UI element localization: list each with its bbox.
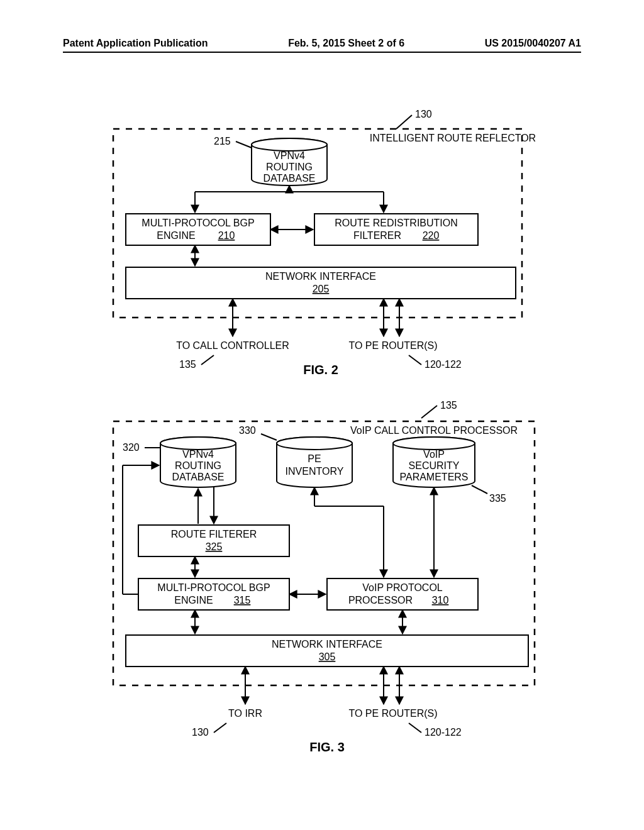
fig2-title: FIG. 2 [303, 363, 338, 377]
ref-135: 135 [440, 400, 457, 411]
svg-text:325: 325 [206, 541, 223, 552]
out-left: TO IRR [228, 708, 262, 719]
vpnv4-db: VPNv4 ROUTING DATABASE [160, 437, 236, 487]
svg-text:DATABASE: DATABASE [172, 472, 225, 482]
svg-text:PROCESSOR: PROCESSOR [348, 595, 413, 606]
ref-130-b: 130 [192, 727, 209, 738]
svg-text:DATABASE: DATABASE [264, 173, 316, 184]
svg-text:ROUTE FILTERER: ROUTE FILTERER [171, 529, 257, 540]
vpnv4-db: VPNv4 ROUTING DATABASE [252, 138, 327, 185]
svg-text:315: 315 [234, 595, 251, 606]
ref-130: 130 [415, 109, 432, 119]
svg-text:PARAMETERS: PARAMETERS [399, 472, 468, 482]
svg-text:210: 210 [218, 230, 235, 241]
svg-text:NETWORK INTERFACE: NETWORK INTERFACE [272, 639, 382, 650]
header-left: Patent Application Publication [63, 38, 208, 49]
svg-text:INVENTORY: INVENTORY [286, 466, 344, 477]
svg-point-40 [393, 437, 475, 450]
svg-text:PE: PE [308, 453, 321, 464]
svg-text:ENGINE: ENGINE [157, 230, 195, 241]
svg-text:220: 220 [423, 230, 440, 241]
svg-text:VoIP PROTOCOL: VoIP PROTOCOL [362, 582, 443, 593]
svg-line-44 [472, 485, 487, 494]
figure-2: INTELLIGENT ROUTE REFLECTOR 130 VPNv4 RO… [31, 110, 613, 380]
svg-line-0 [396, 115, 412, 129]
svg-line-72 [409, 723, 421, 733]
ref-335: 335 [489, 493, 506, 504]
svg-line-71 [214, 723, 226, 733]
header-right: US 2015/0040207 A1 [485, 38, 581, 49]
out-left: TO CALL CONTROLLER [176, 340, 289, 351]
svg-text:VoIP: VoIP [423, 449, 445, 460]
ref-320: 320 [123, 442, 140, 453]
voip-security-db: VoIP SECURITY PARAMETERS [393, 437, 475, 487]
container-label: VoIP CALL CONTROL PROCESSOR [350, 425, 518, 436]
svg-text:205: 205 [313, 284, 330, 294]
svg-text:MULTI-PROTOCOL BGP: MULTI-PROTOCOL BGP [142, 218, 254, 228]
ref-120-122-b: 120-122 [425, 727, 462, 738]
figure-3: VoIP CALL CONTROL PROCESSOR 135 VPNv4 RO… [31, 402, 613, 755]
svg-text:NETWORK INTERFACE: NETWORK INTERFACE [265, 271, 376, 282]
out-right: TO PE ROUTER(S) [348, 708, 437, 719]
fig3-title: FIG. 3 [309, 740, 345, 754]
svg-text:VPNv4: VPNv4 [274, 150, 305, 161]
svg-text:305: 305 [319, 651, 336, 662]
svg-point-35 [277, 437, 352, 450]
svg-line-25 [201, 355, 214, 365]
svg-point-29 [160, 437, 236, 450]
svg-line-6 [236, 141, 252, 148]
container-label-1: INTELLIGENT ROUTE REFLECTOR [370, 133, 536, 143]
page-header: Patent Application Publication Feb. 5, 2… [63, 38, 581, 53]
svg-text:ROUTE REDISTRIBUTION: ROUTE REDISTRIBUTION [335, 218, 458, 228]
svg-text:310: 310 [432, 595, 449, 606]
svg-line-27 [421, 406, 437, 418]
svg-text:ROUTING: ROUTING [175, 460, 221, 471]
svg-text:SECURITY: SECURITY [409, 460, 460, 471]
ref-120-122: 120-122 [425, 359, 462, 370]
svg-text:FILTERER: FILTERER [353, 230, 401, 241]
header-center: Feb. 5, 2015 Sheet 2 of 6 [288, 38, 404, 49]
svg-line-38 [261, 434, 277, 440]
svg-line-26 [409, 355, 421, 365]
svg-text:MULTI-PROTOCOL BGP: MULTI-PROTOCOL BGP [157, 582, 270, 593]
svg-point-2 [252, 138, 327, 151]
ref-330: 330 [239, 425, 256, 436]
out-right: TO PE ROUTER(S) [348, 340, 437, 351]
svg-text:ENGINE: ENGINE [174, 595, 213, 606]
page: Patent Application Publication Feb. 5, 2… [0, 0, 644, 830]
pe-inventory-db: PE INVENTORY [277, 437, 352, 487]
ref-135: 135 [179, 359, 196, 370]
ref-215: 215 [214, 136, 231, 147]
svg-text:VPNv4: VPNv4 [182, 449, 214, 460]
svg-text:ROUTING: ROUTING [266, 162, 313, 172]
